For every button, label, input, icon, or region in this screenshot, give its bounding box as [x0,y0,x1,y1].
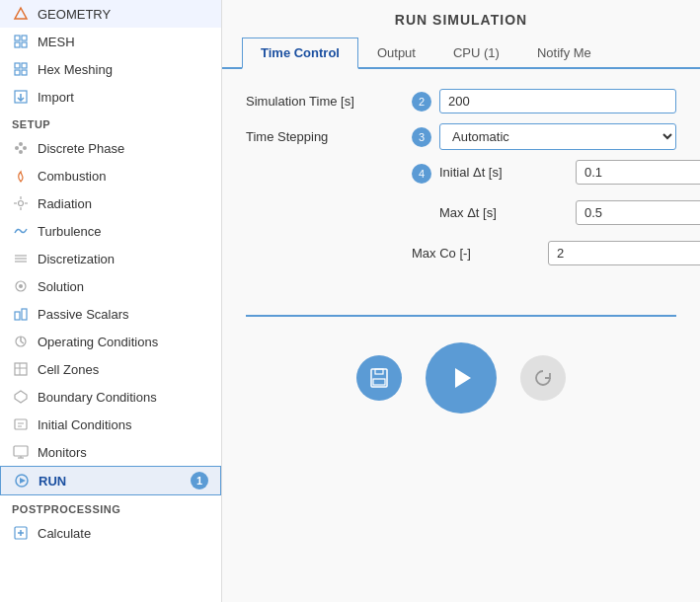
sidebar-item-label: Solution [38,279,84,294]
sidebar-item-label: GEOMETRY [38,7,111,22]
svg-line-29 [21,341,24,343]
svg-rect-4 [22,42,27,47]
sidebar-item-label: Radiation [38,196,92,211]
sidebar-item-label: Discrete Phase [38,141,124,156]
step2-badge: 2 [412,92,431,112]
svg-rect-47 [373,379,385,385]
sidebar-item-operating-conditions[interactable]: Operating Conditions [0,328,221,355]
sidebar-item-discretization[interactable]: Discretization [0,245,221,272]
run-icon [13,472,31,489]
sidebar-item-boundary-conditions[interactable]: Boundary Conditions [0,383,221,411]
step4-badge: 4 [412,164,431,184]
svg-point-15 [19,201,24,206]
time-stepping-select[interactable]: Automatic Fixed Adaptive [439,123,676,150]
max-dt-input[interactable] [576,200,700,225]
tab-output[interactable]: Output [358,38,434,69]
postprocessing-section-label: POSTPROCESSING [0,495,221,519]
solution-icon [12,277,30,295]
operating-icon [12,333,30,350]
svg-rect-5 [15,63,20,68]
sidebar-item-label: RUN [39,474,66,489]
play-icon [445,362,477,394]
geometry-icon [12,5,30,23]
svg-point-13 [23,146,27,150]
sidebar: GEOMETRY MESH Hex Meshing Import SETUP D… [0,0,222,602]
simulation-time-row: Simulation Time [s] 2 [246,89,676,113]
svg-marker-41 [20,478,26,484]
initial-icon [12,415,30,433]
svg-point-24 [19,284,23,288]
svg-rect-8 [22,70,27,75]
svg-rect-37 [14,446,28,456]
sidebar-item-label: Operating Conditions [38,335,158,349]
sidebar-item-combustion[interactable]: Combustion [0,162,221,189]
setup-section-label: SETUP [0,111,221,134]
tab-bar: Time Control Output CPU (1) Notify Me [222,36,700,69]
sidebar-item-label: Turbulence [38,224,102,239]
simulation-time-input[interactable] [439,89,676,113]
sidebar-item-turbulence[interactable]: Turbulence [0,217,221,245]
initial-dt-row: Initial Δt [s] [439,160,700,185]
sidebar-item-discrete-phase[interactable]: Discrete Phase [0,134,221,162]
svg-point-11 [15,146,19,150]
svg-marker-48 [455,368,471,388]
sidebar-item-cell-zones[interactable]: Cell Zones [0,355,221,383]
save-icon [368,367,390,389]
max-co-input[interactable] [548,241,700,265]
svg-rect-26 [22,309,27,320]
sidebar-item-label: MESH [38,35,75,49]
main-content: RUN SIMULATION Time Control Output CPU (… [222,0,700,602]
sidebar-item-label: Hex Meshing [38,62,113,77]
svg-rect-2 [22,36,27,40]
sidebar-item-hex-meshing[interactable]: Hex Meshing [0,55,221,83]
discrete-icon [12,139,30,157]
step4-fields: Initial Δt [s] Max Δt [s] [439,160,700,233]
action-buttons-area [222,333,700,423]
save-button[interactable] [356,355,402,401]
sidebar-item-run[interactable]: RUN 1 [0,466,221,495]
max-co-row: Max Co [-] [412,241,676,265]
svg-rect-30 [15,363,27,375]
sidebar-item-label: Import [38,90,74,105]
sidebar-item-label: Passive Scalars [38,307,128,322]
sidebar-item-passive-scalars[interactable]: Passive Scalars [0,300,221,328]
hex-mesh-icon [12,60,30,78]
max-dt-row: Max Δt [s] [439,200,700,225]
sidebar-item-geometry[interactable]: GEOMETRY [0,0,221,28]
play-button[interactable] [426,342,497,414]
max-dt-label: Max Δt [s] [439,205,568,220]
sidebar-item-label: Combustion [38,169,106,184]
max-co-label: Max Co [-] [412,246,540,261]
simulation-time-label: Simulation Time [s] [246,94,404,109]
tab-time-control[interactable]: Time Control [242,38,358,69]
svg-rect-1 [15,36,20,40]
svg-point-14 [19,150,23,154]
sidebar-item-calculate[interactable]: Calculate [0,519,221,547]
turbulence-icon [12,222,30,240]
initial-dt-input[interactable] [576,160,700,185]
monitors-icon [12,443,30,461]
form-area: Simulation Time [s] 2 Time Stepping 3 Au… [222,69,700,295]
combustion-icon [12,167,30,185]
sidebar-item-monitors[interactable]: Monitors [0,438,221,466]
sidebar-item-label: Initial Conditions [38,417,131,432]
discretization-icon [12,250,30,267]
svg-rect-34 [15,419,27,429]
section-divider [246,315,676,317]
sidebar-item-label: Monitors [38,445,87,460]
sidebar-item-label: Calculate [38,526,91,541]
sidebar-item-solution[interactable]: Solution [0,272,221,300]
initial-dt-label: Initial Δt [s] [439,165,568,180]
sidebar-item-mesh[interactable]: MESH [0,28,221,55]
calculate-icon [12,524,30,542]
svg-marker-0 [15,8,27,19]
sidebar-item-import[interactable]: Import [0,83,221,111]
svg-rect-6 [22,63,27,68]
sidebar-item-initial-conditions[interactable]: Initial Conditions [0,411,221,438]
reset-button[interactable] [520,355,566,401]
step4-group: 4 Initial Δt [s] Max Δt [s] [412,160,676,233]
sidebar-item-radiation[interactable]: Radiation [0,189,221,217]
tab-cpu[interactable]: CPU (1) [434,38,518,69]
time-stepping-row: Time Stepping 3 Automatic Fixed Adaptive [246,123,676,150]
tab-notify-me[interactable]: Notify Me [518,38,610,69]
